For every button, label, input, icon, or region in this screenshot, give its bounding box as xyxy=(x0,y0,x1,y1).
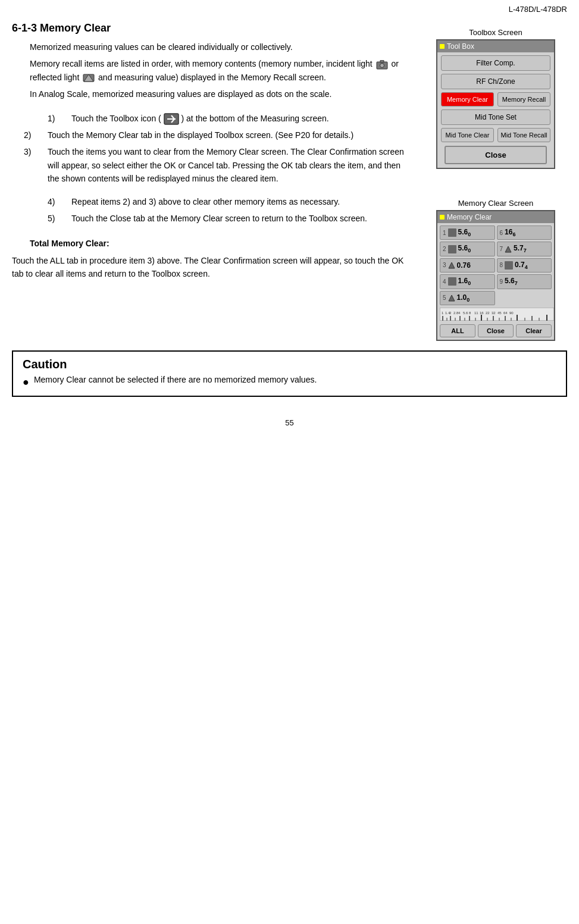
mem-icon-2 xyxy=(448,245,456,253)
toolbox-title-dot xyxy=(440,44,445,49)
toolbox-title-bar: Tool Box xyxy=(437,40,554,52)
page-number: 55 xyxy=(0,406,579,433)
memory-clear-btn[interactable]: Clear xyxy=(516,324,552,337)
mid-tone-clear-button[interactable]: Mid Tone Clear xyxy=(441,128,494,142)
svg-rect-1 xyxy=(380,60,384,62)
analog-scale-container: 1 1.4 2 2.8 4 5.6 8 11 16 22 32 45 64 90 xyxy=(437,306,554,322)
svg-text:90: 90 xyxy=(509,311,514,315)
caution-box: Caution ● Memory Clear cannot be selecte… xyxy=(12,350,567,397)
memory-cell-1[interactable]: 1 5.60 xyxy=(440,225,495,240)
mem-icon-7 xyxy=(505,246,512,253)
paragraph-1: Memorized measuring values can be cleare… xyxy=(30,40,412,54)
paragraph-3: In Analog Scale, memorized measuring val… xyxy=(30,87,412,101)
memory-cell-4[interactable]: 4 1.60 xyxy=(440,274,495,289)
svg-text:11: 11 xyxy=(474,311,478,315)
step-4-text: Repeat items 2) and 3) above to clear ot… xyxy=(71,195,412,208)
memory-screen-label: Memory Clear Screen xyxy=(424,199,567,208)
step-3-text: Touch the items you want to clear from t… xyxy=(48,145,412,185)
step-1-num: 1) xyxy=(48,112,71,125)
total-memory-clear-title: Total Memory Clear: xyxy=(30,239,109,248)
memory-cell-empty xyxy=(497,291,552,305)
mem-icon-5 xyxy=(448,295,455,302)
svg-text:16: 16 xyxy=(480,311,484,315)
svg-text:45: 45 xyxy=(497,311,502,315)
memory-screen-container: Memory Clear Screen Memory Clear 1 5.60 … xyxy=(424,199,567,341)
memory-title: Memory Clear xyxy=(447,213,492,221)
step-4-num: 4) xyxy=(48,195,71,208)
camera-icon xyxy=(376,60,388,70)
memory-cell-3[interactable]: 3 0.76 xyxy=(440,258,495,272)
memory-clear-button[interactable]: Memory Clear xyxy=(441,92,494,107)
toolbox-screen-label: Toolbox Screen xyxy=(424,28,567,37)
step-5-text: Touch the Close tab at the Memory Clear … xyxy=(71,212,412,225)
right-screens: Toolbox Screen Tool Box Filter Comp. RF … xyxy=(424,22,567,341)
toolbox-screen-container: Toolbox Screen Tool Box Filter Comp. RF … xyxy=(424,28,567,181)
caution-item: ● Memory Clear cannot be selected if the… xyxy=(23,375,556,390)
toolbox-close-button[interactable]: Close xyxy=(445,146,547,164)
svg-marker-10 xyxy=(449,262,455,268)
toolbox-title: Tool Box xyxy=(447,42,474,51)
caution-text: Memory Clear cannot be selected if there… xyxy=(34,375,317,384)
memory-grid: 1 5.60 6 166 2 5.60 7 xyxy=(437,223,554,306)
mid-tone-row: Mid Tone Clear Mid Tone Recall xyxy=(441,128,550,142)
page-header: L-478D/L-478DR xyxy=(0,0,579,16)
memory-recall-button[interactable]: Memory Recall xyxy=(497,92,550,107)
memory-close-button[interactable]: Close xyxy=(478,324,514,337)
svg-marker-9 xyxy=(505,246,511,252)
step-2-text: Touch the Memory Clear tab in the displa… xyxy=(48,129,412,142)
reflected-light-icon xyxy=(83,73,95,83)
mid-tone-recall-button[interactable]: Mid Tone Recall xyxy=(497,128,550,142)
mem-icon-3 xyxy=(448,262,455,269)
page-title: 6-1-3 Memory Clear xyxy=(12,22,412,35)
memory-clear-screen: Memory Clear 1 5.60 6 166 2 xyxy=(436,210,555,341)
total-memory-clear-text: Touch the ALL tab in procedure item 3) a… xyxy=(12,254,412,281)
memory-cell-9[interactable]: 9 5.67 xyxy=(497,274,552,289)
memory-cell-8[interactable]: 8 0.74 xyxy=(497,258,552,272)
step-5-num: 5) xyxy=(48,212,71,225)
mid-tone-set-button[interactable]: Mid Tone Set xyxy=(441,109,550,125)
memory-all-button[interactable]: ALL xyxy=(440,324,475,337)
filter-comp-button[interactable]: Filter Comp. xyxy=(441,55,550,71)
memory-bottom-row: ALL Close Clear xyxy=(440,324,552,337)
svg-marker-11 xyxy=(449,295,455,301)
svg-point-2 xyxy=(380,63,384,67)
svg-text:5.6: 5.6 xyxy=(463,311,468,315)
svg-text:64: 64 xyxy=(503,311,508,315)
toolbox-screen: Tool Box Filter Comp. RF Ch/Zone Memory … xyxy=(436,39,555,169)
memory-cell-7[interactable]: 7 5.77 xyxy=(497,242,552,256)
memory-cell-6[interactable]: 6 166 xyxy=(497,225,552,240)
caution-title: Caution xyxy=(23,358,556,371)
memory-row: Memory Clear Memory Recall xyxy=(441,92,550,107)
memory-title-dot xyxy=(440,215,445,220)
bullet-icon: ● xyxy=(23,375,29,390)
step-3-num: 3) xyxy=(24,145,48,185)
memory-title-bar: Memory Clear xyxy=(437,211,554,223)
mem-icon-8 xyxy=(505,261,513,270)
mem-icon-4 xyxy=(448,277,456,286)
svg-text:22: 22 xyxy=(486,311,490,315)
step-1-text: Touch the Toolbox icon ( ) at the bottom… xyxy=(71,112,412,125)
left-content: 6-1-3 Memory Clear Memorized measuring v… xyxy=(12,22,424,341)
paragraph-2a: Memory recall items are listed in order,… xyxy=(30,57,412,84)
rf-ch-zone-button[interactable]: RF Ch/Zone xyxy=(441,74,550,89)
analog-scale: 1 1.4 2 2.8 4 5.6 8 11 16 22 32 45 64 90 xyxy=(440,308,554,321)
memory-cell-5[interactable]: 5 1.00 xyxy=(440,291,495,305)
memory-cell-2[interactable]: 2 5.60 xyxy=(440,242,495,256)
step-2-num: 2) xyxy=(24,129,48,142)
model-number: L-478D/L-478DR xyxy=(509,5,567,14)
mem-icon-1 xyxy=(448,228,456,237)
svg-text:32: 32 xyxy=(492,311,496,315)
